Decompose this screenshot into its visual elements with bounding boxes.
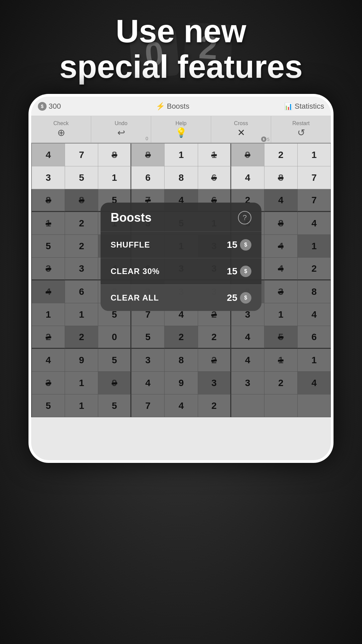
cell[interactable]: 7 xyxy=(298,166,331,189)
boosts-label: Boosts xyxy=(167,102,189,111)
undo-icon: ↩ xyxy=(117,127,125,138)
help-button[interactable]: Help 💡 xyxy=(151,116,211,143)
phone-inner: $ 300 ⚡ Boosts 📊 Statistics Check ⊕ Undo… xyxy=(31,97,331,460)
cross-badge: $ 5 xyxy=(261,137,269,142)
clearall-price-value: 25 xyxy=(227,292,237,303)
cell[interactable]: 3 xyxy=(32,166,65,189)
statistics-label: Statistics xyxy=(295,102,324,111)
cell[interactable]: 7 xyxy=(65,144,98,166)
coin-icon: $ xyxy=(38,102,47,111)
title-line1: Use new xyxy=(0,13,362,49)
boost-clearall-row[interactable]: CLEAR ALL 25 $ xyxy=(101,284,261,311)
cell[interactable]: 4 xyxy=(231,166,264,189)
cell[interactable]: 8 xyxy=(165,166,198,189)
undo-button[interactable]: Undo ↩ 0 xyxy=(91,116,151,143)
help-question-icon: ? xyxy=(243,213,247,222)
bolt-icon: ⚡ xyxy=(156,102,165,111)
boost-clearall-price: 25 $ xyxy=(227,292,251,304)
cell[interactable]: 1 xyxy=(165,144,198,166)
cross-cost: 5 xyxy=(267,137,269,142)
cell[interactable]: 5 xyxy=(65,166,98,189)
check-label: Check xyxy=(53,120,68,126)
cell[interactable]: 1 xyxy=(298,144,331,166)
check-icon: ⊕ xyxy=(57,127,65,138)
boost-clear30-row[interactable]: CLEAR 30% 15 $ xyxy=(101,258,261,284)
modal-title: Boosts xyxy=(111,211,152,225)
toolbar: Check ⊕ Undo ↩ 0 Help 💡 Cross ✕ $ 5 xyxy=(31,116,331,143)
boosts-tab[interactable]: ⚡ Boosts xyxy=(156,102,189,111)
bar-chart-icon: 📊 xyxy=(284,102,293,110)
shuffle-coin-icon: $ xyxy=(240,239,251,251)
clear30-coin-icon: $ xyxy=(240,266,251,277)
grid-area: 4788119213516864878857462471213516845234… xyxy=(31,143,331,417)
title-area: Use new special features xyxy=(0,13,362,84)
cell[interactable]: 1 xyxy=(98,166,131,189)
cross-button[interactable]: Cross ✕ $ 5 xyxy=(211,116,271,143)
restart-icon: ↺ xyxy=(297,127,305,138)
title-line2: special features xyxy=(0,49,362,85)
restart-label: Restart xyxy=(292,120,310,126)
shuffle-price-value: 15 xyxy=(227,239,237,250)
help-icon: 💡 xyxy=(175,127,187,138)
cell[interactable]: 6 xyxy=(198,166,231,189)
undo-label: Undo xyxy=(115,120,127,126)
modal-overlay[interactable]: Boosts ? SHUFFLE 15 $ CLEAR 30% xyxy=(31,189,331,417)
undo-count: 0 xyxy=(145,136,148,141)
boost-clear30-name: CLEAR 30% xyxy=(111,267,160,276)
boost-shuffle-name: SHUFFLE xyxy=(111,240,150,250)
modal-help-button[interactable]: ? xyxy=(238,211,251,224)
boost-clearall-name: CLEAR ALL xyxy=(111,293,159,303)
phone-frame: $ 300 ⚡ Boosts 📊 Statistics Check ⊕ Undo… xyxy=(28,94,334,463)
coins-display: $ 300 xyxy=(38,102,61,111)
boost-shuffle-row[interactable]: SHUFFLE 15 $ xyxy=(101,231,261,258)
cell[interactable]: 2 xyxy=(264,144,298,166)
cross-cost-coin: $ xyxy=(261,137,266,142)
clear30-price-value: 15 xyxy=(227,266,237,277)
boosts-modal: Boosts ? SHUFFLE 15 $ CLEAR 30% xyxy=(101,203,261,311)
boost-clear30-price: 15 $ xyxy=(227,266,251,277)
modal-header: Boosts ? xyxy=(101,203,261,231)
help-label: Help xyxy=(176,120,187,126)
check-button[interactable]: Check ⊕ xyxy=(31,116,91,143)
cell[interactable]: 8 xyxy=(131,144,165,166)
cell[interactable]: 1 xyxy=(198,144,231,166)
coins-value: 300 xyxy=(49,102,61,111)
cross-label: Cross xyxy=(234,120,248,126)
cell[interactable]: 8 xyxy=(264,166,298,189)
cell[interactable]: 8 xyxy=(98,144,131,166)
statistics-tab[interactable]: 📊 Statistics xyxy=(284,102,324,111)
restart-button[interactable]: Restart ↺ xyxy=(271,116,331,143)
boost-shuffle-price: 15 $ xyxy=(227,239,251,251)
cell[interactable]: 6 xyxy=(131,166,165,189)
top-bar: $ 300 ⚡ Boosts 📊 Statistics xyxy=(31,97,331,116)
clearall-coin-icon: $ xyxy=(240,292,251,304)
cross-icon: ✕ xyxy=(237,127,245,138)
cell[interactable]: 9 xyxy=(231,144,264,166)
cell[interactable]: 4 xyxy=(32,144,65,166)
